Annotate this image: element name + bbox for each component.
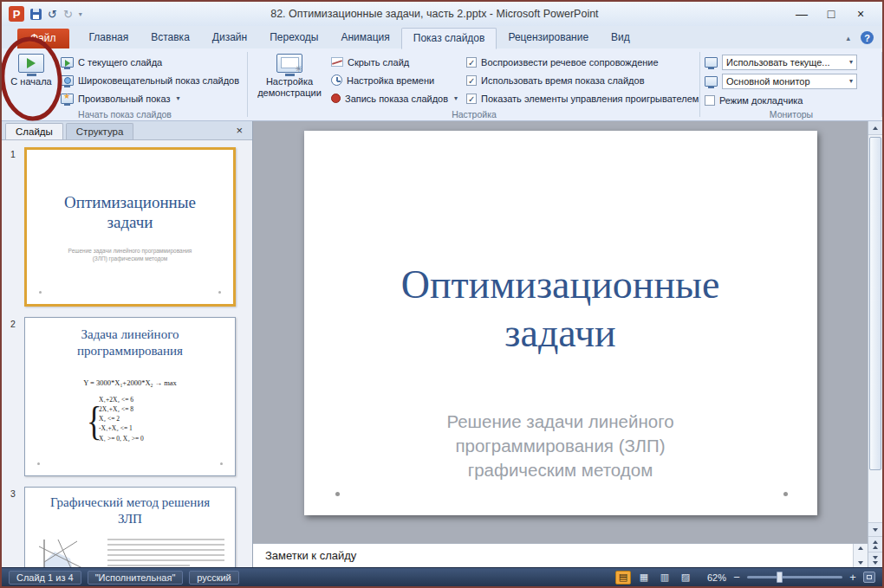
theme-name[interactable]: "Исполнительная": [88, 571, 184, 585]
tab-home[interactable]: Главная: [78, 28, 140, 48]
broadcast-monitor-icon: [61, 75, 74, 86]
zoom-slider[interactable]: [747, 576, 842, 578]
tab-transitions[interactable]: Переходы: [258, 28, 329, 48]
slide-thumbnail-2[interactable]: Задача линейного программирования Y = 30…: [24, 317, 236, 476]
tab-review[interactable]: Рецензирование: [497, 28, 600, 48]
setup-buttons-column: Скрыть слайд Настройка времени Запись по…: [327, 51, 462, 107]
double-chevron-up-icon: [873, 546, 878, 549]
tab-slideshow[interactable]: Показ слайдов: [401, 28, 497, 49]
zoom-percentage[interactable]: 62%: [699, 572, 726, 583]
record-slideshow-button[interactable]: Запись показа слайдов ▾: [327, 89, 462, 107]
next-slide-button[interactable]: [868, 552, 882, 567]
tab-view[interactable]: Вид: [600, 28, 641, 48]
group-set-up: Настройка демонстрации Скрыть слайд Наст…: [248, 48, 700, 120]
view-normal-button[interactable]: ▤: [615, 571, 631, 585]
redo-icon[interactable]: ↻: [63, 8, 73, 21]
checkbox-checked-icon[interactable]: ✓: [466, 57, 477, 68]
vertical-scrollbar[interactable]: [868, 121, 882, 567]
broadcast-slideshow-button[interactable]: Широковещательный показ слайдов: [56, 71, 244, 89]
notes-pane[interactable]: Заметки к слайду: [253, 543, 868, 567]
show-media-controls-checkbox-row[interactable]: ✓ Показать элементы управления проигрыва…: [462, 89, 705, 107]
globe-icon: [64, 77, 71, 84]
thumb3-text-lines: [107, 536, 224, 568]
scroll-up-button[interactable]: [868, 121, 882, 135]
record-icon: [331, 94, 341, 103]
checkbox-checked-icon[interactable]: ✓: [466, 75, 477, 86]
play-narrations-checkbox-row[interactable]: ✓ Воспроизвести речевое сопровождение: [462, 53, 705, 71]
slide-counter[interactable]: Слайд 1 из 4: [9, 571, 81, 585]
from-beginning-button[interactable]: С начала: [6, 51, 56, 107]
previous-slide-button[interactable]: [868, 536, 882, 552]
tab-outline[interactable]: Структура: [66, 123, 134, 139]
status-right-controls: ▤ ▦ ▥ ▨ 62% − +: [615, 571, 875, 585]
hide-slide-button[interactable]: Скрыть слайд: [327, 53, 462, 71]
slide-thumbnail-1[interactable]: Оптимизационные задачи Решение задачи ли…: [24, 147, 236, 307]
zoom-slider-thumb[interactable]: [777, 572, 783, 583]
from-beginning-label: С начала: [10, 76, 52, 87]
set-up-slideshow-button[interactable]: Настройка демонстрации: [252, 51, 327, 107]
show-on-dropdown[interactable]: Основной монитор ▾: [722, 74, 857, 89]
save-icon[interactable]: [30, 9, 42, 20]
show-media-controls-label: Показать элементы управления проигрывате…: [481, 94, 699, 104]
collapse-ribbon-icon[interactable]: ▴: [846, 34, 850, 42]
custom-show-label: Произвольный показ: [78, 94, 170, 104]
from-current-slide-button[interactable]: С текущего слайда: [56, 53, 244, 71]
double-chevron-up-icon: [873, 540, 878, 544]
window-title: 82. Оптимизационные задачи, часть 2.pptx…: [82, 8, 787, 20]
tab-insert[interactable]: Вставка: [140, 28, 201, 48]
use-timings-checkbox-row[interactable]: ✓ Использовать время показа слайдов: [462, 71, 705, 89]
quick-access-toolbar: ↺ ↻ ▾: [30, 8, 82, 21]
tab-slides[interactable]: Слайды: [5, 123, 63, 139]
view-slide-sorter-button[interactable]: ▦: [636, 571, 652, 585]
scroll-up-icon[interactable]: [858, 546, 863, 550]
rehearse-timings-button[interactable]: Настройка времени: [327, 71, 462, 89]
chevron-down-icon: ▾: [849, 58, 853, 66]
maximize-button[interactable]: □: [816, 7, 846, 21]
monitors-column: Использовать текуще... ▾ Основной монито…: [705, 51, 857, 109]
notes-placeholder[interactable]: Заметки к слайду: [265, 549, 356, 562]
start-group-label: Начать показ слайдов: [2, 109, 248, 120]
decor-dot: [218, 291, 221, 294]
small-play-icon: [65, 60, 70, 67]
custom-slideshow-button[interactable]: ★ Произвольный показ ▾: [56, 89, 244, 107]
tab-design[interactable]: Дизайн: [201, 28, 258, 48]
zoom-in-button[interactable]: +: [848, 571, 858, 584]
powerpoint-app-icon[interactable]: P: [9, 6, 24, 22]
scrollbar-track[interactable]: [868, 135, 882, 522]
resolution-monitor-icon: [705, 57, 718, 68]
tab-animations[interactable]: Анимация: [329, 28, 400, 48]
zoom-out-button[interactable]: −: [731, 571, 742, 584]
constraint-line: X₂ <= 2: [99, 414, 235, 423]
show-on-value: Основной монитор: [726, 76, 810, 87]
scroll-down-icon[interactable]: [858, 561, 863, 565]
resolution-dropdown[interactable]: Использовать текуще... ▾: [722, 55, 857, 70]
custom-show-monitor-icon: ★: [61, 94, 74, 104]
slide-title[interactable]: Оптимизационные задачи: [370, 261, 751, 358]
slide-thumbnail-3[interactable]: Графический метод решения ЗЛП: [24, 487, 236, 567]
ribbon: С начала С текущего слайда Широковещател…: [2, 48, 882, 121]
close-button[interactable]: ×: [846, 7, 875, 21]
show-on-row: Основной монитор ▾: [705, 72, 857, 90]
decor-dot: [220, 462, 223, 465]
checkbox-checked-icon[interactable]: ✓: [466, 94, 477, 104]
scrollbar-thumb[interactable]: [869, 137, 881, 470]
language-indicator[interactable]: русский: [189, 571, 238, 585]
minimize-button[interactable]: —: [787, 7, 816, 21]
tab-file[interactable]: Файл: [17, 29, 69, 48]
slide-canvas[interactable]: Оптимизационные задачи Решение задачи ли…: [304, 131, 817, 515]
presenter-view-checkbox-row[interactable]: Режим докладчика: [705, 91, 857, 109]
view-slideshow-button[interactable]: ▨: [678, 571, 693, 585]
zlp-graph-image: [36, 536, 100, 568]
checkbox-unchecked-icon[interactable]: [705, 95, 715, 106]
scroll-down-button[interactable]: [868, 522, 882, 536]
view-reading-button[interactable]: ▥: [657, 571, 673, 585]
help-icon[interactable]: ?: [861, 31, 874, 44]
notes-scrollbar[interactable]: [853, 544, 868, 567]
undo-icon[interactable]: ↺: [48, 8, 57, 21]
resolution-value: Использовать текуще...: [726, 57, 830, 68]
monitor-play-icon: [61, 57, 74, 68]
slide-subtitle[interactable]: Решение задачи линейного программировани…: [418, 410, 704, 481]
slide-number: 2: [10, 319, 16, 329]
close-panel-icon[interactable]: ×: [230, 124, 249, 137]
fit-to-window-button[interactable]: [863, 572, 875, 583]
